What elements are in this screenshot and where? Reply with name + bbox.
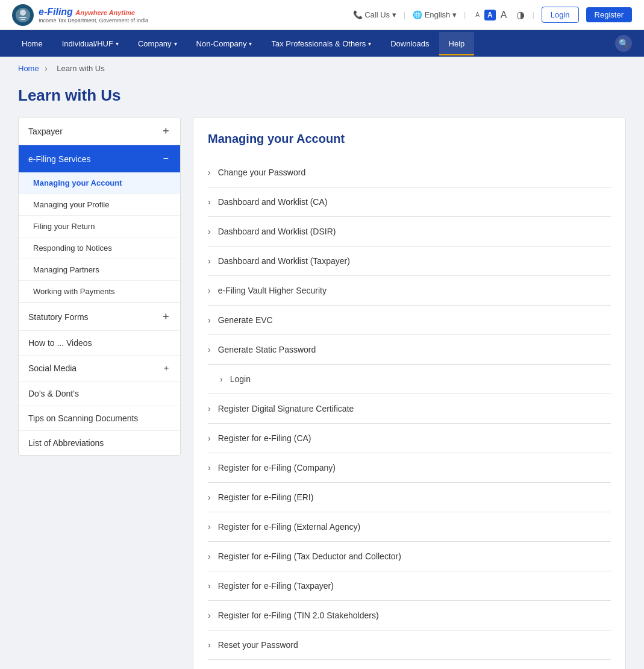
font-medium-btn[interactable]: A	[484, 10, 496, 20]
svg-rect-3	[20, 19, 25, 20]
accordion-generate-evc: › Generate EVC	[208, 306, 611, 335]
login-button[interactable]: Login	[542, 7, 579, 23]
accordion-register-ca: › Register for e-Filing (CA)	[208, 424, 611, 453]
chevron-vault-security-icon: ›	[208, 286, 211, 295]
chevron-dashboard-dsir-icon: ›	[208, 227, 211, 236]
emblem-icon	[14, 7, 31, 24]
chevron-register-tin-icon: ›	[208, 611, 211, 620]
accordion-row-register-ca[interactable]: › Register for e-Filing (CA)	[208, 424, 611, 453]
chevron-register-eri-icon: ›	[208, 492, 211, 502]
how-to-videos-label: How to ... Videos	[28, 338, 92, 348]
accordion-row-generate-static-password[interactable]: › Generate Static Password	[208, 335, 611, 364]
nav-tax-professionals[interactable]: Tax Professionals & Others ▾	[261, 32, 381, 55]
accordion-generate-static-password: › Generate Static Password	[208, 335, 611, 365]
sidebar-item-how-to-videos[interactable]: How to ... Videos	[19, 331, 180, 356]
chevron-register-ca-icon: ›	[208, 433, 211, 443]
breadcrumb-home[interactable]: Home	[18, 64, 39, 73]
sidebar-item-managing-account[interactable]: Managing your Account	[19, 172, 180, 194]
accordion-register-tin: › Register for e-Filing (TIN 2.0 Stakeho…	[208, 601, 611, 630]
nav-company[interactable]: Company ▾	[128, 32, 187, 55]
logo-text: e-Filing Anywhere Anytime Income Tax Dep…	[39, 7, 148, 24]
font-large-btn[interactable]: A	[498, 8, 510, 22]
accordion-row-change-password[interactable]: › Change your Password	[208, 158, 611, 187]
accordion-label-register-external: Register for e-Filing (External Agency)	[218, 522, 361, 532]
chevron-login-icon: ›	[220, 374, 223, 384]
sidebar-item-dos-donts[interactable]: Do's & Dont's	[19, 382, 180, 406]
accordion-label-dashboard-dsir: Dashboard and Worklist (DSIR)	[218, 227, 336, 236]
chevron-register-company-icon: ›	[208, 463, 211, 473]
accordion-row-register-tin[interactable]: › Register for e-Filing (TIN 2.0 Stakeho…	[208, 601, 611, 630]
accordion-label-change-password: Change your Password	[218, 168, 306, 177]
nav-downloads[interactable]: Downloads	[381, 32, 439, 55]
dos-donts-label: Do's & Dont's	[28, 389, 79, 398]
social-media-expand-icon: ＋	[162, 363, 170, 374]
efiling-collapse-icon: －	[161, 152, 170, 165]
accordion-label-reset-password: Reset your Password	[218, 640, 298, 650]
abbreviations-label: List of Abbreviations	[28, 438, 104, 448]
sidebar-section-statutory[interactable]: Statutory Forms ＋	[19, 303, 180, 330]
nav-search-btn[interactable]: 🔍	[615, 35, 632, 52]
accordion-label-vault-security: e-Filing Vault Higher Security	[218, 286, 327, 295]
accordion-register-external: › Register for e-Filing (External Agency…	[208, 512, 611, 542]
social-media-label: Social Media	[28, 363, 77, 373]
sidebar-item-responding-notices[interactable]: Responding to Notices	[19, 237, 180, 259]
breadcrumb: Home › Learn with Us	[0, 57, 644, 80]
accordion-register-taxpayer: › Register for e-Filing (Taxpayer)	[208, 571, 611, 601]
accordion-vault-security: › e-Filing Vault Higher Security	[208, 276, 611, 306]
logo: e-Filing Anywhere Anytime Income Tax Dep…	[12, 4, 148, 26]
accordion-label-dashboard-taxpayer: Dashboard and Worklist (Taxpayer)	[218, 256, 350, 266]
sidebar-item-tips-scanning[interactable]: Tips on Scanning Documents	[19, 406, 180, 431]
nav-help[interactable]: Help	[439, 32, 475, 55]
efiling-sub-items: Managing your Account Managing your Prof…	[19, 172, 180, 303]
accordion-label-login: Login	[230, 374, 251, 384]
accordion-row-register-external[interactable]: › Register for e-Filing (External Agency…	[208, 512, 611, 541]
call-us-link[interactable]: 📞 Call Us ▾	[353, 10, 396, 19]
accordion-row-register-dsc[interactable]: › Register Digital Signature Certificate	[208, 394, 611, 423]
nav-home[interactable]: Home	[12, 32, 52, 55]
accordion-label-generate-static-password: Generate Static Password	[218, 345, 316, 354]
chevron-generate-static-password-icon: ›	[208, 345, 211, 354]
accordion-label-register-eri: Register for e-Filing (ERI)	[218, 492, 314, 502]
accordion-row-generate-evc[interactable]: › Generate EVC	[208, 306, 611, 334]
main-content: Taxpayer ＋ e-Filing Services － Managing …	[0, 117, 644, 669]
accordion-register-tax-deductor: › Register for e-Filing (Tax Deductor an…	[208, 542, 611, 571]
accordion-label-dashboard-ca: Dashboard and Worklist (CA)	[218, 197, 328, 207]
accordion-row-login[interactable]: › Login	[208, 365, 611, 394]
sidebar-item-working-payments[interactable]: Working with Payments	[19, 281, 180, 303]
accordion-row-register-tax-deductor[interactable]: › Register for e-Filing (Tax Deductor an…	[208, 542, 611, 571]
sidebar-section-efiling[interactable]: e-Filing Services －	[19, 145, 180, 172]
accordion-register-company: › Register for e-Filing (Company)	[208, 453, 611, 483]
language-selector[interactable]: 🌐 English ▾	[413, 10, 457, 19]
accordion-dashboard-dsir: › Dashboard and Worklist (DSIR)	[208, 217, 611, 247]
accordion-row-dashboard-taxpayer[interactable]: › Dashboard and Worklist (Taxpayer)	[208, 247, 611, 275]
register-button[interactable]: Register	[586, 7, 632, 22]
accordion-label-register-tin: Register for e-Filing (TIN 2.0 Stakehold…	[218, 611, 379, 620]
sidebar-item-managing-partners[interactable]: Managing Partners	[19, 259, 180, 281]
accordion-row-dashboard-ca[interactable]: › Dashboard and Worklist (CA)	[208, 187, 611, 216]
svg-rect-2	[19, 17, 27, 18]
accordion-row-reset-password[interactable]: › Reset your Password	[208, 630, 611, 659]
sidebar-item-social-media[interactable]: Social Media ＋	[19, 356, 180, 382]
sidebar-item-managing-profile[interactable]: Managing your Profile	[19, 194, 180, 216]
font-small-btn[interactable]: A	[473, 10, 482, 19]
accordion-row-register-eri[interactable]: › Register for e-Filing (ERI)	[208, 483, 611, 512]
contrast-btn[interactable]: ◑	[516, 9, 525, 20]
sidebar-card: Taxpayer ＋ e-Filing Services － Managing …	[18, 117, 181, 456]
sidebar-section-efiling-label: e-Filing Services	[28, 154, 90, 164]
chevron-change-password-icon: ›	[208, 168, 211, 177]
nav-individual-huf[interactable]: Individual/HUF ▾	[52, 32, 128, 55]
nav-non-company[interactable]: Non-Company ▾	[187, 32, 262, 55]
accordion-row-register-company[interactable]: › Register for e-Filing (Company)	[208, 453, 611, 482]
taxpayer-expand-icon: ＋	[161, 125, 170, 137]
accordion-label-generate-evc: Generate EVC	[218, 315, 273, 325]
sidebar-item-abbreviations[interactable]: List of Abbreviations	[19, 431, 180, 455]
accordion-dashboard-ca: › Dashboard and Worklist (CA)	[208, 187, 611, 217]
logo-emblem	[12, 4, 34, 26]
sidebar-section-taxpayer[interactable]: Taxpayer ＋	[19, 118, 180, 145]
navigation: Home Individual/HUF ▾ Company ▾ Non-Comp…	[0, 30, 644, 57]
accordion-row-register-taxpayer[interactable]: › Register for e-Filing (Taxpayer)	[208, 571, 611, 600]
sidebar-item-filing-return[interactable]: Filing your Return	[19, 216, 180, 237]
accordion-row-vault-security[interactable]: › e-Filing Vault Higher Security	[208, 276, 611, 305]
chevron-register-taxpayer-icon: ›	[208, 581, 211, 591]
accordion-row-dashboard-dsir[interactable]: › Dashboard and Worklist (DSIR)	[208, 217, 611, 246]
